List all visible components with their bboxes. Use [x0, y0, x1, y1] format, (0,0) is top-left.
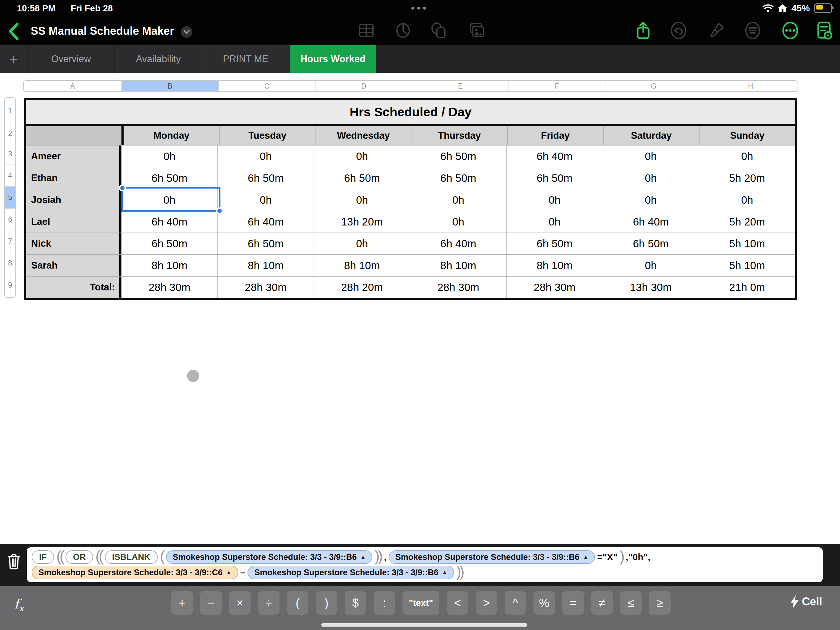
employee-name[interactable]: Lael [26, 211, 122, 233]
formula-function-token[interactable]: OR [65, 550, 93, 564]
cell-value[interactable]: 6h 40m [603, 211, 699, 233]
cell-value[interactable]: 0h [699, 146, 795, 167]
cell-value[interactable]: 6h 50m [218, 167, 314, 189]
cell-value[interactable]: 6h 50m [507, 233, 603, 255]
formula-paren-token[interactable]: )) [374, 549, 381, 563]
formula-cell-reference-token[interactable]: Smokeshop Superstore Schedule: 3/3 - 3/9… [248, 566, 454, 579]
employee-name[interactable]: Nick [26, 233, 122, 255]
more-options-icon[interactable] [781, 22, 799, 40]
keypad-key-3[interactable]: ÷ [258, 591, 279, 615]
cell-value[interactable]: 6h 50m [410, 146, 507, 167]
back-chevron-icon[interactable] [7, 22, 20, 41]
keypad-key-0[interactable]: + [171, 591, 193, 615]
cell-value[interactable]: 0h [122, 146, 218, 167]
formula-cell-reference-token[interactable]: Smokeshop Superstore Schedule: 3/3 - 3/9… [166, 550, 373, 564]
cell-value[interactable]: 6h 50m [507, 167, 603, 189]
document-title[interactable]: SS Manual Schedule Maker [31, 25, 174, 38]
cell-value[interactable]: 0h [603, 189, 699, 211]
insert-shapes-icon[interactable] [429, 22, 447, 40]
day-header-sunday[interactable]: Sunday [699, 126, 795, 145]
table-corner-cell[interactable] [26, 126, 123, 145]
home-indicator[interactable] [321, 623, 527, 627]
row-header-7[interactable]: 7 [5, 230, 15, 252]
formula-paren-token[interactable]: ) [619, 549, 623, 563]
cell-value[interactable]: 0h [410, 189, 507, 211]
format-brush-icon[interactable] [708, 22, 726, 40]
cell-value[interactable]: 8h 10m [218, 255, 314, 276]
employee-name[interactable]: Josiah [26, 189, 122, 211]
column-header-G[interactable]: G [605, 81, 702, 91]
keypad-key-5[interactable]: ) [316, 591, 337, 615]
cell-value[interactable]: 0h [410, 211, 507, 233]
total-label[interactable]: Total: [26, 277, 122, 298]
insert-table-icon[interactable] [357, 22, 375, 40]
tab-print-me[interactable]: PRINT ME [202, 45, 289, 73]
employee-name[interactable]: Ethan [26, 167, 122, 189]
row-header-5[interactable]: 5 [5, 187, 15, 209]
title-chevron-down-icon[interactable] [181, 26, 193, 38]
formula-text-token[interactable]: ,"0h", [626, 552, 650, 562]
cell-value[interactable]: 6h 50m [410, 167, 507, 189]
cell-value[interactable]: 0h [699, 189, 795, 211]
day-header-saturday[interactable]: Saturday [603, 126, 699, 145]
column-header-H[interactable]: H [702, 81, 798, 91]
formula-cell-reference-token[interactable]: Smokeshop Superstore Schedule: 3/3 - 3/9… [388, 550, 595, 564]
selection-handle-bottom-right[interactable] [216, 207, 223, 214]
formula-text-token[interactable]: – [240, 567, 246, 578]
day-header-monday[interactable]: Monday [123, 126, 219, 145]
formula-paren-token[interactable]: ( [160, 549, 163, 563]
insert-chart-icon[interactable] [394, 22, 412, 40]
keypad-key-11[interactable]: ^ [505, 591, 526, 615]
column-header-E[interactable]: E [412, 81, 509, 91]
keypad-key-15[interactable]: ≤ [620, 591, 642, 615]
trash-icon[interactable] [7, 554, 20, 570]
cell-value[interactable]: 6h 50m [218, 233, 314, 255]
column-header-D[interactable]: D [316, 81, 412, 91]
cell-value[interactable]: 6h 40m [122, 211, 218, 233]
employee-name[interactable]: Sarah [26, 255, 122, 276]
table-title[interactable]: Hrs Scheduled / Day [26, 100, 795, 124]
cell-value[interactable]: 0h [314, 233, 410, 255]
keypad-key-9[interactable]: < [447, 591, 468, 615]
cell-value[interactable]: 8h 10m [507, 255, 603, 276]
column-header-C[interactable]: C [219, 81, 316, 91]
formula-paren-token[interactable]: )) [456, 565, 463, 578]
cell-value[interactable]: 0h [218, 189, 314, 211]
selection-handle-top-left[interactable] [119, 185, 126, 192]
cell-value[interactable]: 28h 30m [507, 277, 603, 298]
cell-value[interactable]: 13h 20m [314, 211, 410, 233]
row-header-8[interactable]: 8 [5, 252, 15, 274]
formula-text-token[interactable]: ="X" [597, 552, 617, 562]
keypad-key-14[interactable]: ≠ [591, 591, 613, 615]
keypad-key-1[interactable]: − [200, 591, 222, 615]
filter-sort-icon[interactable] [744, 22, 762, 40]
cell-value[interactable]: 0h [314, 189, 410, 211]
keypad-key-4[interactable]: ( [287, 591, 308, 615]
cell-value[interactable]: 6h 50m [314, 167, 410, 189]
cell-value[interactable]: 8h 10m [122, 255, 218, 276]
tab-availability[interactable]: Availability [115, 45, 202, 73]
cell-value[interactable]: 0h [603, 146, 699, 167]
cell-value[interactable]: 6h 40m [218, 211, 314, 233]
cell-value[interactable]: 6h 50m [122, 167, 218, 189]
tab-hours-worked[interactable]: Hours Worked [290, 45, 376, 73]
day-header-thursday[interactable]: Thursday [411, 126, 507, 145]
formula-paren-token[interactable]: (( [56, 549, 63, 563]
cell-value[interactable]: 0h [218, 146, 314, 167]
cell-value[interactable]: 8h 10m [410, 255, 507, 276]
formula-editor[interactable]: IF((OR((ISBLANK(Smokeshop Superstore Sch… [27, 547, 823, 583]
keypad-key-12[interactable]: % [534, 591, 555, 615]
insert-media-icon[interactable] [467, 22, 485, 40]
keypad-key-13[interactable]: = [562, 591, 584, 615]
cell-value[interactable]: 5h 10m [699, 233, 795, 255]
row-header-9[interactable]: 9 [5, 274, 15, 296]
column-header-A[interactable]: A [24, 81, 122, 91]
keypad-key-8[interactable]: "text" [403, 591, 439, 615]
row-header-1[interactable]: 1 [5, 98, 15, 124]
cell-value[interactable]: 0h [507, 211, 603, 233]
fx-button[interactable]: fx [14, 597, 24, 613]
keypad-key-7[interactable]: : [374, 591, 395, 615]
share-icon[interactable] [634, 22, 652, 40]
row-header-6[interactable]: 6 [5, 209, 15, 230]
cell-value[interactable]: 6h 40m [410, 233, 507, 255]
